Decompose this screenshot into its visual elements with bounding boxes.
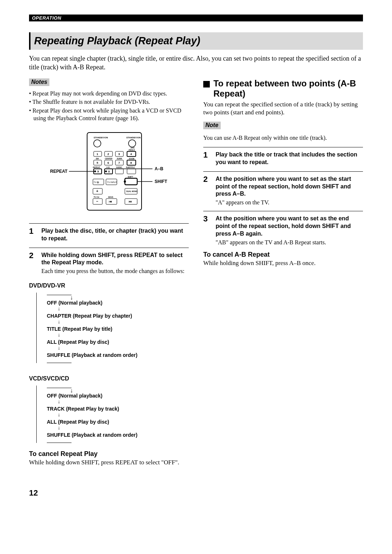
svg-text:TV INPUT: TV INPUT bbox=[107, 181, 117, 183]
mode-item: OFF (Normal playback)↓ bbox=[47, 393, 189, 404]
intro-text: You can repeat single chapter (track), s… bbox=[29, 54, 363, 72]
svg-text:SW: SW bbox=[96, 158, 99, 160]
divider bbox=[203, 171, 363, 172]
mode-item: SHUFFLE (Playback at random order) bbox=[47, 432, 189, 438]
right-column: To repeat between two points (A-B Repeat… bbox=[203, 78, 363, 467]
svg-text:⏭: ⏭ bbox=[129, 200, 132, 203]
mode-item: TRACK (Repeat Play by track)↓ bbox=[47, 406, 189, 417]
square-bullet-icon bbox=[203, 81, 210, 87]
step: 2 At the position where you want to set … bbox=[203, 175, 363, 206]
step-desc: "AB" appears on the TV and A-B Repeat st… bbox=[216, 239, 363, 246]
svg-text:REPEAT: REPEAT bbox=[93, 166, 100, 168]
svg-text:4: 4 bbox=[130, 152, 132, 156]
mode-item: ALL (Repeat Play by disc)↓ bbox=[47, 339, 189, 351]
step-number: 1 bbox=[203, 151, 211, 166]
mode-item: TITLE (Repeat Play by title)↓ bbox=[47, 326, 189, 338]
note-item: The Shuffle feature is not available for… bbox=[29, 98, 189, 106]
mode-item: OFF (Normal playback)↓ bbox=[47, 300, 189, 311]
step: 1 Play back the title or track that incl… bbox=[203, 151, 363, 166]
svg-text:5: 5 bbox=[97, 161, 98, 164]
divider bbox=[203, 147, 363, 147]
svg-text:0: 0 bbox=[108, 170, 110, 173]
svg-text:3: 3 bbox=[118, 152, 120, 156]
callout-repeat: REPEAT bbox=[50, 169, 68, 174]
mode-dvd-list: OFF (Normal playback)↓ CHAPTER (Repeat P… bbox=[36, 293, 189, 363]
divider bbox=[203, 211, 363, 211]
svg-text:ZOOM: ZOOM bbox=[129, 158, 134, 160]
step-number: 1 bbox=[29, 227, 36, 243]
page-title: Repeating Playback (Repeat Play) bbox=[34, 34, 343, 47]
ab-heading: To repeat between two points (A-B Repeat… bbox=[213, 78, 363, 99]
svg-text:SURR: SURR bbox=[117, 158, 122, 160]
svg-text:STANDBY/ON: STANDBY/ON bbox=[126, 137, 140, 139]
mode-item: CHAPTER (Repeat Play by chapter)↓ bbox=[47, 313, 189, 325]
svg-point-35 bbox=[105, 170, 107, 172]
step-number: 2 bbox=[203, 175, 211, 206]
step-title: Play back the disc, title, or chapter (t… bbox=[41, 227, 189, 243]
svg-text:ANGLE: ANGLE bbox=[128, 149, 135, 151]
svg-text:SUBTITLE: SUBTITLE bbox=[126, 166, 135, 168]
svg-text:1: 1 bbox=[97, 152, 98, 156]
step: 3 At the position where you want to set … bbox=[203, 215, 363, 245]
callout-shift: SHIFT bbox=[155, 179, 167, 184]
svg-text:9: 9 bbox=[97, 170, 99, 173]
page-number: 12 bbox=[29, 488, 363, 498]
svg-text:8: 8 bbox=[130, 161, 132, 164]
notes-list: Repeat Play may not work depending on DV… bbox=[29, 90, 189, 122]
step-desc: Each time you press the button, the mode… bbox=[41, 268, 189, 274]
svg-text:TV ⏻: TV ⏻ bbox=[94, 181, 99, 183]
section-header: OPERATION bbox=[29, 15, 363, 21]
svg-text:DDVS: DDVS bbox=[108, 196, 114, 198]
step-title: Play back the title or track that includ… bbox=[216, 151, 363, 166]
svg-text:–: – bbox=[96, 199, 98, 203]
remote-diagram: STANDBY/ON STANDBY/ON DVD 1 2 3 ANGLE 4 … bbox=[29, 130, 189, 215]
step: 1 Play back the disc, title, or chapter … bbox=[29, 227, 189, 243]
svg-text:SHIFT: SHIFT bbox=[128, 176, 133, 178]
step-number: 2 bbox=[29, 252, 36, 275]
divider bbox=[29, 223, 189, 224]
svg-text:A-B: A-B bbox=[106, 166, 110, 168]
left-column: Notes Repeat Play may not work depending… bbox=[29, 78, 189, 467]
cancel-ab-heading: To cancel A-B Repeat bbox=[203, 251, 363, 258]
note-item: Repeat Play may not work depending on DV… bbox=[29, 90, 189, 98]
mode-dvd-label: DVD/DVD-VR bbox=[29, 282, 189, 289]
svg-text:7: 7 bbox=[118, 161, 120, 164]
svg-text:DUAL MONO: DUAL MONO bbox=[126, 190, 138, 192]
mode-vcd-list: OFF (Normal playback)↓ TRACK (Repeat Pla… bbox=[36, 386, 189, 443]
svg-text:CENTER: CENTER bbox=[105, 158, 113, 160]
note-item: Repeat Play does not work while playing … bbox=[29, 107, 189, 122]
step-title: While holding down SHIFT, press REPEAT t… bbox=[41, 252, 189, 267]
svg-text:⏮: ⏮ bbox=[109, 200, 112, 203]
note-text: You can use A-B Repeat only within one t… bbox=[203, 134, 363, 142]
note-label: Note bbox=[203, 122, 221, 129]
svg-text:2: 2 bbox=[107, 152, 109, 156]
divider bbox=[29, 248, 189, 248]
callout-ab: A–B bbox=[155, 166, 163, 171]
mode-vcd-label: VCD/SVCD/CD bbox=[29, 375, 189, 382]
cancel-repeat-text: While holding down SHIFT, press REPEAT t… bbox=[29, 459, 189, 467]
svg-point-32 bbox=[94, 170, 96, 172]
svg-text:TV CH: TV CH bbox=[94, 196, 99, 198]
svg-text:STANDBY/ON: STANDBY/ON bbox=[94, 137, 108, 139]
svg-text:6: 6 bbox=[107, 161, 109, 164]
ab-intro: You can repeat the specified section of … bbox=[203, 101, 363, 117]
mode-item: SHUFFLE (Playback at random order) bbox=[47, 352, 189, 358]
step-title: At the position where you want to set as… bbox=[216, 175, 363, 198]
notes-label: Notes bbox=[29, 78, 49, 86]
cancel-ab-text: While holding down SHIFT, press A–B once… bbox=[203, 259, 363, 267]
svg-text:+: + bbox=[96, 189, 98, 193]
step: 2 While holding down SHIFT, press REPEAT… bbox=[29, 252, 189, 275]
svg-text:AUDIO: AUDIO bbox=[116, 166, 122, 168]
title-box: Repeating Playback (Repeat Play) bbox=[29, 32, 363, 50]
step-title: At the position where you want to set as… bbox=[216, 215, 363, 237]
step-number: 3 bbox=[203, 215, 211, 245]
svg-point-45 bbox=[124, 180, 126, 183]
mode-item: ALL (Repeat Play by disc)↓ bbox=[47, 419, 189, 431]
cancel-repeat-heading: To cancel Repeat Play bbox=[29, 450, 189, 458]
step-desc: "A" appears on the TV. bbox=[216, 199, 363, 206]
